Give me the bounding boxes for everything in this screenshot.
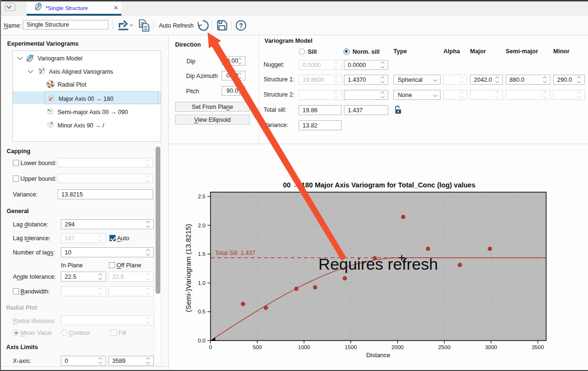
svg-text:2.5: 2.5 [198, 194, 206, 199]
svg-text:Distance: Distance [366, 351, 391, 359]
svg-text:1.0: 1.0 [198, 280, 206, 286]
svg-text:2000: 2000 [392, 344, 404, 350]
svg-text:Total Sill: 1.437: Total Sill: 1.437 [215, 250, 255, 256]
svg-text:3000: 3000 [485, 344, 497, 350]
svg-text:2.0: 2.0 [198, 223, 206, 228]
svg-text:0: 0 [209, 344, 212, 350]
svg-text:Requires refresh: Requires refresh [318, 255, 438, 273]
svg-text:00 → 180 Major Axis Variogram: 00 → 180 Major Axis Variogram for Total_… [283, 181, 476, 189]
svg-text:?: ? [239, 22, 243, 29]
svg-text:1000: 1000 [298, 344, 310, 350]
svg-text:500: 500 [253, 344, 262, 350]
svg-text:1.5: 1.5 [198, 251, 206, 257]
svg-text:3500: 3500 [532, 344, 544, 350]
svg-text:1500: 1500 [345, 344, 357, 350]
svg-text:0.0: 0.0 [198, 338, 206, 343]
svg-text:0.5: 0.5 [198, 309, 206, 314]
svg-text:2500: 2500 [438, 344, 451, 350]
svg-text:(Semi-)Variogram (13.8215): (Semi-)Variogram (13.8215) [184, 224, 192, 312]
